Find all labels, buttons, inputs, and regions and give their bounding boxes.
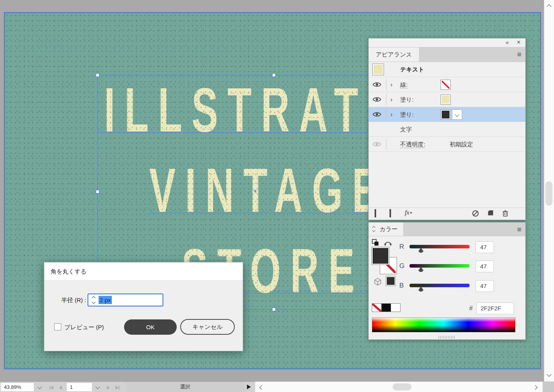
delete-item-button[interactable] xyxy=(502,210,511,218)
clear-appearance-button[interactable] xyxy=(472,210,481,218)
chevron-down-icon xyxy=(372,229,375,232)
expand-chevron-icon[interactable]: › xyxy=(390,96,393,104)
page-number-input[interactable]: 1 xyxy=(67,383,92,391)
fill-cream-swatch[interactable] xyxy=(441,95,450,104)
visibility-eye-icon[interactable] xyxy=(373,82,382,88)
cycle-panel-icon[interactable] xyxy=(373,226,375,232)
opacity-value: 初期設定 xyxy=(450,140,473,148)
copy-color-icon[interactable] xyxy=(372,239,379,247)
red-value-input[interactable]: 47 xyxy=(475,241,494,253)
selection-handle-left-middle[interactable] xyxy=(96,190,99,193)
ok-button[interactable]: OK xyxy=(124,319,177,335)
selection-handle-top-left[interactable] xyxy=(96,73,99,77)
scroll-down-icon[interactable] xyxy=(547,372,552,377)
last-page-button[interactable] xyxy=(115,385,119,391)
blue-slider-track[interactable] xyxy=(410,284,470,287)
illustrator-window: ILLSTRAT VINTAGE STORE × 角を丸くする 半径 (R) :… xyxy=(0,0,554,392)
tab-appearance[interactable]: アピアランス xyxy=(369,47,419,62)
appearance-row-opacity[interactable]: 不透明度: 初期設定 xyxy=(369,137,525,152)
close-panel-icon[interactable]: × xyxy=(517,38,521,46)
stepper-up-icon[interactable] xyxy=(91,296,95,300)
horizontal-scrollbar-thumb[interactable] xyxy=(393,383,411,390)
visibility-eye-icon[interactable] xyxy=(373,97,382,103)
appearance-row-characters[interactable]: 文字 xyxy=(369,122,525,137)
tool-status-text: 選択 xyxy=(126,382,245,392)
chevron-down-icon xyxy=(37,385,42,389)
red-slider-track[interactable] xyxy=(410,245,470,248)
radius-value-selected[interactable]: 2 px xyxy=(99,296,112,304)
panel-menu-icon[interactable]: ≡ xyxy=(517,225,521,234)
expand-chevron-icon[interactable]: › xyxy=(390,111,393,119)
white-swatch[interactable] xyxy=(391,303,400,312)
web-safe-color-swatch[interactable] xyxy=(386,276,395,286)
panel-menu-icon[interactable]: ≡ xyxy=(517,50,521,59)
scrollbar-corner xyxy=(543,381,554,392)
swatch-dropdown-button[interactable] xyxy=(452,109,462,120)
zoom-dropdown-button[interactable] xyxy=(35,383,45,391)
page-dropdown-button[interactable] xyxy=(93,383,103,391)
status-flyout-arrow-icon[interactable] xyxy=(247,385,251,389)
fill-dark-swatch[interactable] xyxy=(441,110,450,119)
row-separator xyxy=(386,109,386,120)
visibility-eye-icon[interactable] xyxy=(373,111,382,118)
first-page-button[interactable] xyxy=(49,385,53,391)
cancel-button[interactable]: キャンセル xyxy=(180,319,235,335)
duplicate-item-button[interactable] xyxy=(487,210,496,218)
panel-resize-grip[interactable] xyxy=(439,336,456,339)
tab-color[interactable]: カラー xyxy=(369,222,403,236)
vertical-scrollbar[interactable] xyxy=(544,0,554,381)
headline-line-1[interactable]: ILLSTRAT xyxy=(104,86,368,133)
black-swatch[interactable] xyxy=(381,303,391,312)
fill-label[interactable]: 塗り: xyxy=(400,96,414,103)
fill-label[interactable]: 塗り: xyxy=(400,111,414,118)
row-separator xyxy=(386,139,386,150)
stroke-link[interactable]: 線: xyxy=(400,81,408,88)
radius-stepper[interactable] xyxy=(88,294,99,306)
preview-checkbox[interactable] xyxy=(54,323,61,330)
next-page-button[interactable] xyxy=(107,385,110,391)
new-stroke-button[interactable] xyxy=(375,210,383,218)
expand-chevron-icon[interactable]: › xyxy=(390,81,393,89)
fill-proxy-swatch[interactable] xyxy=(372,247,389,264)
none-swatch[interactable] xyxy=(372,303,382,312)
green-channel-label: G xyxy=(399,262,404,270)
green-value-input[interactable]: 47 xyxy=(475,261,494,272)
selection-handle-bottom-middle[interactable] xyxy=(272,308,276,311)
vertical-scrollbar-thumb[interactable] xyxy=(545,181,552,206)
out-of-web-cube-icon[interactable] xyxy=(373,277,382,287)
fx-icon: fx xyxy=(405,209,410,216)
headline-line-2[interactable]: VINTAGE xyxy=(149,167,388,214)
swap-fill-stroke-icon[interactable] xyxy=(384,240,392,248)
visibility-eye-icon-dimmed[interactable] xyxy=(373,141,382,148)
stepper-down-icon[interactable] xyxy=(91,300,95,304)
preview-label: プレビュー (P) xyxy=(64,324,104,331)
radius-label: 半径 (R) : xyxy=(61,297,86,304)
scroll-left-icon[interactable] xyxy=(259,385,264,390)
selection-handle-top-middle[interactable] xyxy=(272,73,276,77)
text-anchor-point[interactable]: × xyxy=(254,189,257,193)
blue-value-input[interactable]: 47 xyxy=(475,280,494,292)
green-slider-handle[interactable] xyxy=(418,267,424,271)
appearance-row-stroke[interactable]: › 線: xyxy=(369,77,525,92)
collapse-panels-icon[interactable]: « xyxy=(506,39,509,46)
red-slider-handle[interactable] xyxy=(418,248,424,252)
opacity-link[interactable]: 不透明度: xyxy=(400,140,425,148)
previous-page-button[interactable] xyxy=(59,385,62,391)
stroke-none-swatch[interactable] xyxy=(441,80,450,89)
appearance-row-fill-cream[interactable]: › 塗り: xyxy=(369,92,525,107)
round-corners-dialog: 角を丸くする 半径 (R) : 2 px プレビュー (P) OK キャンセル xyxy=(44,262,243,351)
new-fill-button[interactable] xyxy=(389,210,398,218)
appearance-row-fill-dark-selected[interactable]: › 塗り: xyxy=(369,107,525,122)
horizontal-scrollbar[interactable] xyxy=(255,381,543,392)
zoom-level-input[interactable]: 43.89% xyxy=(1,383,34,391)
appearance-entry-text[interactable]: テキスト xyxy=(369,62,525,77)
radius-input[interactable]: 2 px xyxy=(88,294,163,306)
color-spectrum-bar[interactable] xyxy=(372,317,516,332)
chevron-down-icon xyxy=(95,385,100,389)
hex-value-input[interactable]: 2F2F2F xyxy=(476,303,514,314)
scroll-right-icon[interactable] xyxy=(533,385,538,390)
blue-slider-handle[interactable] xyxy=(418,286,424,290)
scroll-up-icon[interactable] xyxy=(547,4,552,9)
add-effect-button[interactable]: fx xyxy=(405,209,413,217)
green-slider-track[interactable] xyxy=(410,264,470,268)
